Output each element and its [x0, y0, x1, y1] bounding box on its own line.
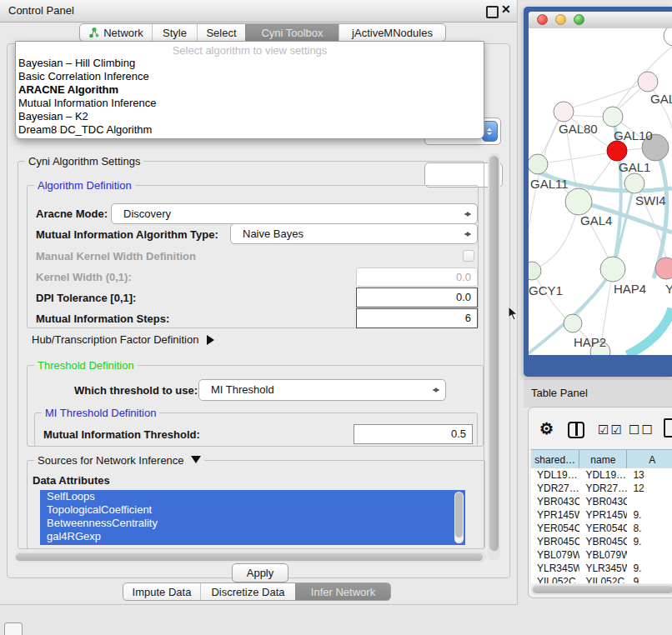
column-header[interactable]: name [579, 450, 627, 469]
close-icon[interactable]: ✕ [501, 2, 511, 16]
desktop-icon[interactable] [4, 622, 23, 635]
algorithm-option[interactable]: Basic Correlation Inference [16, 70, 484, 83]
table-row[interactable]: YPR145WYPR145W9. [531, 508, 672, 522]
network-icon [88, 27, 99, 38]
tab-network[interactable]: Network [80, 24, 152, 41]
sources-toggle[interactable]: Sources for Network Inference [34, 454, 204, 468]
table-cell: 9. [627, 535, 672, 548]
columns-icon[interactable] [568, 422, 584, 438]
mi-algorithm-type-combo[interactable]: Naive Bayes [230, 223, 478, 244]
tab-jactivemnodules[interactable]: jActiveMNodules [339, 24, 445, 41]
node-label: HAP2 [574, 335, 606, 349]
network-node[interactable] [554, 102, 574, 122]
mi-steps-field[interactable]: 6 [356, 308, 478, 328]
table-row[interactable]: YBR043CYBR043C [531, 495, 672, 508]
node-label: GAL80 [559, 122, 598, 136]
list-scrollbar[interactable] [454, 492, 464, 543]
algorithm-option[interactable]: Dream8 DC_TDC Algorithm [16, 123, 484, 137]
table-cell: YDR27… [579, 482, 627, 495]
hub-definition-toggle[interactable]: Hub/Transcription Factor Definition [32, 333, 219, 346]
float-window-icon[interactable] [486, 6, 499, 18]
table-row[interactable]: YDL19…YDL19…13 [531, 468, 672, 482]
table-cell: 12 [627, 482, 672, 495]
table-row[interactable]: YER054CYER054C8. [531, 522, 672, 535]
node-label: SWI4 [635, 193, 666, 208]
table-row[interactable]: YIL052CYIL052C9 [531, 575, 672, 583]
aracne-mode-label: Aracne Mode: [36, 208, 108, 220]
traffic-light-minimize-icon[interactable] [555, 14, 566, 25]
network-node[interactable] [638, 72, 658, 92]
table-header-row[interactable]: shared…nameA [531, 449, 672, 470]
traffic-light-close-icon[interactable] [537, 14, 548, 25]
combo-arrows-icon [464, 228, 471, 240]
network-node[interactable] [529, 262, 541, 280]
data-attributes-list[interactable]: SelfLoopsTopologicalCoefficientBetweenne… [40, 490, 465, 545]
tab-style[interactable]: Style [152, 24, 197, 41]
table-row[interactable]: YBL079WYBL079W [531, 548, 672, 562]
network-node[interactable] [565, 188, 592, 215]
mouse-cursor [508, 306, 519, 322]
table-row[interactable]: YLR345WYLR345W9. [531, 562, 672, 575]
column-header[interactable]: shared… [531, 450, 579, 469]
attribute-list-item[interactable]: BetweennessCentrality [40, 517, 465, 530]
tab-impute-data[interactable]: Impute Data [123, 583, 200, 600]
network-node[interactable] [564, 314, 582, 332]
expand-right-icon[interactable] [207, 335, 219, 345]
attribute-list-item[interactable]: TopologicalCoefficient [40, 503, 465, 517]
column-header[interactable]: A [627, 450, 672, 469]
table-cell: YLR345W [579, 562, 627, 575]
tab-label: Style [163, 27, 187, 39]
gear-icon[interactable]: ⚙ [539, 419, 554, 438]
apply-button[interactable]: Apply [232, 563, 288, 582]
network-node[interactable] [607, 141, 627, 161]
tab-discretize-data[interactable]: Discretize Data [200, 583, 295, 600]
table-cell: YDL19… [579, 468, 627, 482]
algorithm-option[interactable]: ARACNE Algorithm [16, 83, 484, 97]
select-all-checkboxes-icon[interactable]: ☑☑ [598, 422, 624, 438]
node-label: GAL1 [619, 160, 650, 174]
table-horizontal-scrollbar[interactable] [531, 584, 672, 595]
table-row[interactable]: YBR045CYBR045C9. [531, 535, 672, 548]
table-row[interactable]: YDR27…YDR27…12 [531, 482, 672, 495]
deselect-all-checkboxes-icon[interactable]: ☐☐ [629, 422, 654, 438]
table-cell [627, 548, 672, 562]
traffic-light-zoom-icon[interactable] [574, 14, 584, 25]
attribute-list-item[interactable]: gal4RGexp [40, 530, 465, 543]
node-label: GAL [650, 92, 672, 106]
group-title: Cyni Algorithm Settings [25, 155, 143, 168]
settings-horizontal-scrollbar[interactable] [14, 552, 486, 562]
threshold-definition-group: Threshold Definition Which threshold to … [27, 365, 484, 447]
table-cell: YBR043C [531, 495, 579, 508]
table-cell: YDR27… [531, 482, 579, 495]
export-table-icon[interactable] [664, 418, 672, 438]
mi-threshold-field[interactable]: 0.5 [354, 424, 473, 444]
mi-steps-label: Mutual Information Steps: [36, 312, 169, 325]
network-node[interactable] [600, 257, 625, 282]
node-label: GAL4 [580, 213, 612, 228]
dpi-tolerance-field[interactable]: 0.0 [356, 288, 478, 308]
network-canvas[interactable]: GALGAL80GAL10GAL1GAL11SWI4GAL4GCY1HAP4YH… [529, 28, 672, 355]
network-node[interactable] [603, 107, 623, 127]
settings-vertical-scrollbar[interactable] [488, 152, 500, 561]
table-body[interactable]: YDL19…YDL19…13YDR27…YDR27…12YBR043CYBR04… [531, 468, 672, 583]
tab-infer-network[interactable]: Infer Network [295, 583, 390, 600]
network-node[interactable] [624, 173, 644, 193]
collapse-down-icon[interactable] [191, 456, 201, 468]
combo-arrows-icon [464, 208, 471, 220]
algorithm-popup: Select algorithm to view settings Bayesi… [15, 41, 484, 139]
network-node[interactable] [529, 154, 548, 174]
kernel-width-field[interactable]: 0.0 [356, 268, 478, 287]
group-title: Algorithm Definition [34, 179, 135, 192]
network-node[interactable] [664, 28, 672, 46]
algorithm-option[interactable]: Bayesian – Hill Climbing [16, 57, 484, 70]
algorithm-option[interactable]: Bayesian – K2 [16, 110, 484, 123]
manual-kernel-checkbox[interactable] [463, 250, 474, 262]
algorithm-option[interactable]: Mutual Information Inference [16, 97, 484, 110]
network-window-titlebar[interactable] [529, 12, 672, 29]
aracne-mode-combo[interactable]: Discovery [111, 203, 478, 224]
attribute-list-item[interactable]: SelfLoops [40, 490, 465, 503]
tab-cyni-toolbox[interactable]: Cyni Toolbox [245, 24, 339, 41]
tab-select[interactable]: Select [197, 24, 245, 41]
bottom-tab-bar: Impute DataDiscretize DataInfer Network [123, 582, 391, 601]
which-threshold-combo[interactable]: MI Threshold [198, 379, 446, 401]
